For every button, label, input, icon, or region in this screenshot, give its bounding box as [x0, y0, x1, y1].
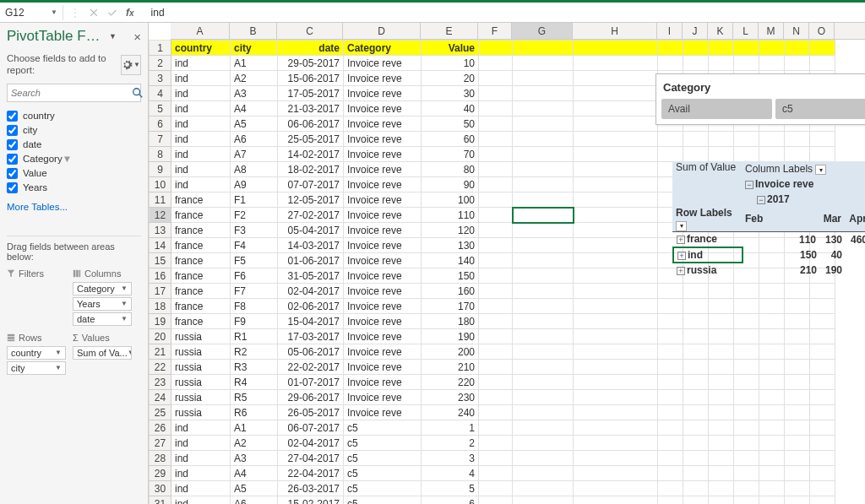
cell[interactable]	[574, 314, 658, 329]
cell[interactable]	[479, 177, 513, 192]
cell[interactable]: 29-05-2017	[278, 56, 344, 71]
cell[interactable]	[785, 420, 810, 436]
cell[interactable]: 90	[422, 177, 479, 192]
cell[interactable]	[810, 329, 835, 344]
cell[interactable]	[709, 466, 734, 481]
field-item-city[interactable]: city	[7, 123, 141, 138]
row-header[interactable]: 4	[150, 86, 171, 101]
accept-icon[interactable]	[107, 8, 117, 18]
cell[interactable]	[574, 192, 658, 208]
cell[interactable]	[513, 451, 574, 466]
cell[interactable]: A6	[231, 132, 278, 147]
cell[interactable]: A5	[231, 117, 278, 132]
cell[interactable]: russia	[171, 329, 231, 344]
cell[interactable]	[658, 375, 683, 390]
cell[interactable]	[513, 253, 574, 268]
cell[interactable]: 12-05-2017	[278, 192, 344, 208]
cell[interactable]	[683, 132, 709, 147]
cell[interactable]	[479, 132, 513, 147]
cell[interactable]	[479, 451, 513, 466]
close-icon[interactable]: ×	[133, 30, 141, 44]
cell[interactable]	[513, 238, 574, 253]
cell[interactable]: 110	[422, 208, 479, 223]
cell[interactable]: ind	[171, 451, 231, 466]
cell[interactable]	[479, 117, 513, 132]
cell[interactable]: 17-03-2017	[278, 329, 344, 344]
slicer-button[interactable]: c5	[775, 99, 865, 119]
fx-icon[interactable]: fx	[126, 7, 139, 19]
cell[interactable]: 50	[422, 117, 479, 132]
cell[interactable]	[574, 481, 658, 496]
cell[interactable]	[479, 192, 513, 208]
cell[interactable]: R1	[231, 329, 278, 344]
field-checkbox[interactable]	[7, 139, 18, 150]
cell[interactable]	[785, 360, 810, 375]
cell[interactable]: R2	[231, 344, 278, 360]
cell[interactable]	[574, 71, 658, 86]
cell[interactable]	[709, 147, 734, 162]
cell[interactable]	[734, 420, 759, 436]
cell[interactable]	[574, 117, 658, 132]
cell[interactable]	[810, 405, 835, 420]
cell[interactable]: Invoice reve	[344, 268, 422, 284]
pivot-row-label[interactable]: +ind	[673, 247, 743, 263]
cell[interactable]: c5	[344, 466, 422, 481]
cell[interactable]	[709, 132, 734, 147]
cell[interactable]	[734, 451, 759, 466]
cell[interactable]	[479, 344, 513, 360]
cell[interactable]	[683, 147, 709, 162]
cell[interactable]: 70	[422, 147, 479, 162]
cell[interactable]	[810, 344, 835, 360]
cell[interactable]	[683, 451, 709, 466]
field-item-category[interactable]: Category▼	[7, 152, 141, 166]
cell[interactable]	[574, 41, 658, 56]
cell[interactable]	[513, 162, 574, 177]
cell[interactable]	[479, 41, 513, 56]
cell[interactable]	[513, 360, 574, 375]
cell[interactable]	[574, 420, 658, 436]
cell[interactable]: 15-02-2017	[278, 496, 344, 505]
cell[interactable]	[683, 420, 709, 436]
cell[interactable]	[513, 466, 574, 481]
cell[interactable]: R5	[231, 390, 278, 405]
cell[interactable]: Invoice reve	[344, 101, 422, 117]
cell[interactable]	[810, 436, 835, 451]
cell[interactable]: F2	[231, 208, 278, 223]
cell[interactable]	[479, 71, 513, 86]
cell[interactable]: ind	[171, 71, 231, 86]
cell[interactable]: 150	[422, 268, 479, 284]
cell[interactable]: france	[171, 314, 231, 329]
row-header[interactable]: 24	[150, 390, 171, 405]
expand-icon[interactable]: +	[677, 236, 685, 244]
cell[interactable]: A7	[231, 147, 278, 162]
cell[interactable]: 15-04-2017	[278, 314, 344, 329]
search-input[interactable]	[8, 86, 132, 100]
cell[interactable]	[479, 420, 513, 436]
cell[interactable]: ind	[171, 117, 231, 132]
cell[interactable]	[658, 436, 683, 451]
row-dropdown[interactable]	[676, 221, 687, 231]
cell[interactable]	[759, 147, 785, 162]
expand-icon[interactable]: +	[677, 252, 686, 260]
cell[interactable]: Invoice reve	[344, 284, 422, 299]
cell[interactable]: 100	[422, 192, 479, 208]
cell[interactable]	[709, 314, 734, 329]
cell[interactable]	[479, 253, 513, 268]
cell[interactable]: A1	[231, 56, 278, 71]
cell[interactable]	[513, 299, 574, 314]
cell[interactable]: A9	[231, 177, 278, 192]
cell[interactable]: Invoice reve	[344, 390, 422, 405]
cell[interactable]: Invoice reve	[344, 299, 422, 314]
cell[interactable]	[479, 405, 513, 420]
row-header[interactable]: 25	[150, 405, 171, 420]
col-header-D[interactable]: D	[343, 23, 421, 39]
cell[interactable]	[513, 329, 574, 344]
cell[interactable]	[683, 41, 709, 56]
cell[interactable]: 10	[422, 56, 479, 71]
field-checkbox[interactable]	[7, 182, 18, 193]
cell[interactable]	[574, 344, 658, 360]
field-item-years[interactable]: Years	[7, 181, 141, 195]
pivot-row-label[interactable]: +france	[673, 232, 743, 247]
cell[interactable]	[734, 344, 759, 360]
cell[interactable]	[574, 162, 658, 177]
